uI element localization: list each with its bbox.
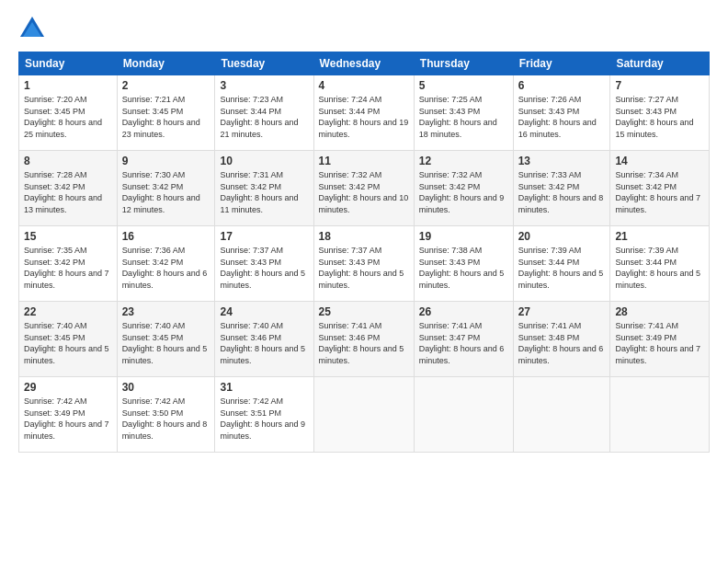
day-info: Sunrise: 7:33 AMSunset: 3:42 PMDaylight:…: [518, 170, 604, 214]
calendar-cell: 3Sunrise: 7:23 AMSunset: 3:44 PMDaylight…: [215, 75, 313, 151]
day-info: Sunrise: 7:39 AMSunset: 3:44 PMDaylight:…: [518, 246, 604, 290]
day-info: Sunrise: 7:23 AMSunset: 3:44 PMDaylight:…: [220, 95, 298, 139]
calendar-cell: 17Sunrise: 7:37 AMSunset: 3:43 PMDayligh…: [215, 226, 313, 302]
day-info: Sunrise: 7:40 AMSunset: 3:45 PMDaylight:…: [24, 321, 109, 365]
day-number: 11: [319, 155, 409, 167]
calendar-cell: 31Sunrise: 7:42 AMSunset: 3:51 PMDayligh…: [215, 377, 313, 453]
day-header: Monday: [117, 52, 215, 75]
day-number: 20: [518, 230, 606, 243]
day-info: Sunrise: 7:39 AMSunset: 3:44 PMDaylight:…: [615, 246, 700, 290]
day-info: Sunrise: 7:40 AMSunset: 3:45 PMDaylight:…: [122, 321, 208, 365]
day-number: 8: [24, 155, 112, 167]
calendar-cell: 5Sunrise: 7:25 AMSunset: 3:43 PMDaylight…: [414, 75, 513, 151]
day-number: 13: [518, 155, 606, 167]
day-number: 15: [24, 230, 112, 243]
day-info: Sunrise: 7:30 AMSunset: 3:42 PMDaylight:…: [122, 170, 200, 214]
calendar-cell: 4Sunrise: 7:24 AMSunset: 3:44 PMDaylight…: [313, 75, 414, 151]
day-info: Sunrise: 7:37 AMSunset: 3:43 PMDaylight:…: [319, 246, 404, 290]
day-number: 29: [24, 381, 112, 394]
logo: [18, 15, 50, 42]
calendar-cell: 22Sunrise: 7:40 AMSunset: 3:45 PMDayligh…: [19, 302, 118, 377]
logo-icon: [18, 15, 46, 42]
day-info: Sunrise: 7:41 AMSunset: 3:47 PMDaylight:…: [419, 321, 505, 365]
header: [18, 15, 710, 42]
calendar-cell: 15Sunrise: 7:35 AMSunset: 3:42 PMDayligh…: [19, 226, 118, 302]
day-info: Sunrise: 7:42 AMSunset: 3:51 PMDaylight:…: [220, 396, 305, 441]
day-header: Wednesday: [313, 52, 414, 75]
calendar-cell: 11Sunrise: 7:32 AMSunset: 3:42 PMDayligh…: [313, 151, 414, 226]
calendar-cell: 10Sunrise: 7:31 AMSunset: 3:42 PMDayligh…: [215, 151, 313, 226]
day-header: Thursday: [414, 52, 513, 75]
day-number: 21: [615, 230, 704, 243]
day-number: 23: [122, 305, 210, 318]
calendar-cell: 7Sunrise: 7:27 AMSunset: 3:43 PMDaylight…: [610, 75, 710, 151]
day-number: 2: [122, 79, 210, 92]
day-number: 7: [615, 79, 704, 92]
calendar-cell: [513, 377, 610, 453]
day-header: Saturday: [610, 52, 710, 75]
day-info: Sunrise: 7:31 AMSunset: 3:42 PMDaylight:…: [220, 170, 298, 214]
day-number: 27: [518, 305, 606, 318]
day-info: Sunrise: 7:35 AMSunset: 3:42 PMDaylight:…: [24, 246, 109, 290]
calendar-cell: 14Sunrise: 7:34 AMSunset: 3:42 PMDayligh…: [610, 151, 710, 226]
calendar-cell: 26Sunrise: 7:41 AMSunset: 3:47 PMDayligh…: [414, 302, 513, 377]
calendar-cell: 12Sunrise: 7:32 AMSunset: 3:42 PMDayligh…: [414, 151, 513, 226]
calendar-cell: 27Sunrise: 7:41 AMSunset: 3:48 PMDayligh…: [513, 302, 610, 377]
calendar-cell: 20Sunrise: 7:39 AMSunset: 3:44 PMDayligh…: [513, 226, 610, 302]
calendar-cell: [610, 377, 710, 453]
day-number: 19: [419, 230, 508, 243]
day-number: 30: [122, 381, 210, 394]
day-info: Sunrise: 7:28 AMSunset: 3:42 PMDaylight:…: [24, 170, 102, 214]
day-number: 17: [220, 230, 308, 243]
day-number: 16: [122, 230, 210, 243]
day-number: 24: [220, 305, 308, 318]
day-number: 4: [319, 79, 409, 92]
calendar-cell: 9Sunrise: 7:30 AMSunset: 3:42 PMDaylight…: [117, 151, 215, 226]
calendar-cell: 18Sunrise: 7:37 AMSunset: 3:43 PMDayligh…: [313, 226, 414, 302]
day-info: Sunrise: 7:38 AMSunset: 3:43 PMDaylight:…: [419, 246, 505, 290]
day-info: Sunrise: 7:32 AMSunset: 3:42 PMDaylight:…: [319, 170, 409, 214]
day-header: Tuesday: [215, 52, 313, 75]
day-info: Sunrise: 7:20 AMSunset: 3:45 PMDaylight:…: [24, 95, 102, 139]
calendar-cell: 21Sunrise: 7:39 AMSunset: 3:44 PMDayligh…: [610, 226, 710, 302]
calendar-cell: 29Sunrise: 7:42 AMSunset: 3:49 PMDayligh…: [19, 377, 118, 453]
day-number: 6: [518, 79, 606, 92]
calendar-cell: [313, 377, 414, 453]
day-info: Sunrise: 7:41 AMSunset: 3:48 PMDaylight:…: [518, 321, 604, 365]
calendar-cell: 19Sunrise: 7:38 AMSunset: 3:43 PMDayligh…: [414, 226, 513, 302]
day-number: 1: [24, 79, 112, 92]
day-number: 5: [419, 79, 508, 92]
calendar-page: SundayMondayTuesdayWednesdayThursdayFrid…: [0, 0, 728, 563]
day-info: Sunrise: 7:40 AMSunset: 3:46 PMDaylight:…: [220, 321, 305, 365]
day-info: Sunrise: 7:42 AMSunset: 3:50 PMDaylight:…: [122, 396, 208, 441]
calendar-cell: 23Sunrise: 7:40 AMSunset: 3:45 PMDayligh…: [117, 302, 215, 377]
day-number: 10: [220, 155, 308, 167]
day-info: Sunrise: 7:37 AMSunset: 3:43 PMDaylight:…: [220, 246, 305, 290]
calendar-cell: 25Sunrise: 7:41 AMSunset: 3:46 PMDayligh…: [313, 302, 414, 377]
calendar-cell: 6Sunrise: 7:26 AMSunset: 3:43 PMDaylight…: [513, 75, 610, 151]
day-info: Sunrise: 7:26 AMSunset: 3:43 PMDaylight:…: [518, 95, 597, 139]
calendar-cell: 24Sunrise: 7:40 AMSunset: 3:46 PMDayligh…: [215, 302, 313, 377]
day-number: 26: [419, 305, 508, 318]
day-number: 14: [615, 155, 704, 167]
day-info: Sunrise: 7:32 AMSunset: 3:42 PMDaylight:…: [419, 170, 505, 214]
day-number: 12: [419, 155, 508, 167]
calendar-cell: 13Sunrise: 7:33 AMSunset: 3:42 PMDayligh…: [513, 151, 610, 226]
day-info: Sunrise: 7:41 AMSunset: 3:46 PMDaylight:…: [319, 321, 404, 365]
day-info: Sunrise: 7:24 AMSunset: 3:44 PMDaylight:…: [319, 95, 409, 139]
calendar-cell: 30Sunrise: 7:42 AMSunset: 3:50 PMDayligh…: [117, 377, 215, 453]
day-info: Sunrise: 7:21 AMSunset: 3:45 PMDaylight:…: [122, 95, 200, 139]
day-number: 28: [615, 305, 704, 318]
day-info: Sunrise: 7:25 AMSunset: 3:43 PMDaylight:…: [419, 95, 497, 139]
calendar-table: SundayMondayTuesdayWednesdayThursdayFrid…: [18, 52, 710, 453]
day-info: Sunrise: 7:34 AMSunset: 3:42 PMDaylight:…: [615, 170, 700, 214]
day-info: Sunrise: 7:41 AMSunset: 3:49 PMDaylight:…: [615, 321, 700, 365]
calendar-cell: 2Sunrise: 7:21 AMSunset: 3:45 PMDaylight…: [117, 75, 215, 151]
day-number: 9: [122, 155, 210, 167]
calendar-cell: 1Sunrise: 7:20 AMSunset: 3:45 PMDaylight…: [19, 75, 118, 151]
calendar-cell: 16Sunrise: 7:36 AMSunset: 3:42 PMDayligh…: [117, 226, 215, 302]
day-number: 31: [220, 381, 308, 394]
day-number: 22: [24, 305, 112, 318]
day-number: 18: [319, 230, 409, 243]
day-info: Sunrise: 7:42 AMSunset: 3:49 PMDaylight:…: [24, 396, 109, 441]
